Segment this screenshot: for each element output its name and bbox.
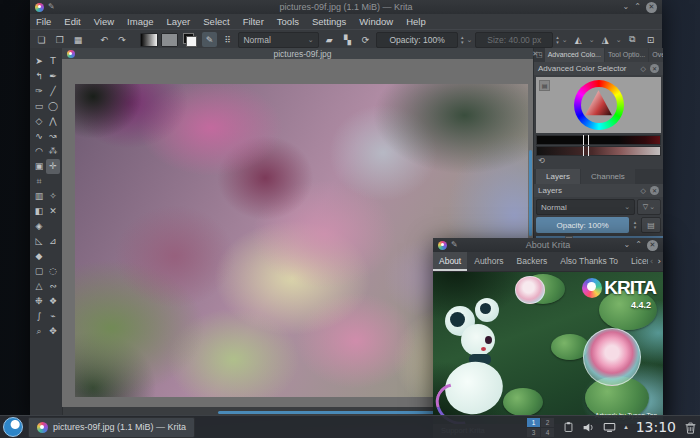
- mirror-vertical-button[interactable]: ◮: [598, 32, 613, 47]
- application-launcher-icon[interactable]: [3, 417, 23, 437]
- menu-window[interactable]: Window: [359, 16, 393, 27]
- virtual-desktop-4[interactable]: 4: [541, 428, 554, 437]
- about-tab-authors[interactable]: Authors: [468, 252, 509, 271]
- wrap-around-button[interactable]: ⧉: [625, 32, 640, 47]
- menu-file[interactable]: File: [36, 16, 51, 27]
- preserve-alpha-button[interactable]: ▚: [340, 32, 355, 47]
- tool-dynamic-brush[interactable]: ◠: [32, 144, 46, 159]
- tool-elliptical-select[interactable]: ◌: [46, 264, 60, 279]
- eraser-mode-button[interactable]: ▰: [322, 32, 337, 47]
- tool-bezier-select[interactable]: ∫: [32, 309, 46, 324]
- virtual-desktop-1[interactable]: 1: [527, 418, 540, 427]
- opacity-slider[interactable]: Opacity: 100%: [376, 32, 458, 48]
- about-tab-about[interactable]: About: [433, 252, 467, 271]
- strip-slider-handle[interactable]: [583, 135, 589, 145]
- chevron-down-icon[interactable]: ⌄: [562, 36, 568, 44]
- docker-tab-layers[interactable]: Layers: [536, 169, 580, 184]
- tool-assistants[interactable]: ◺: [32, 234, 46, 249]
- main-window-titlebar[interactable]: ✎ pictures-09f.jpg (1.1 MiB) — Krita ⌄ ⌃…: [30, 0, 662, 14]
- tool-similar-color-select[interactable]: ❉: [32, 294, 46, 309]
- tool-contiguous-select[interactable]: ❖: [46, 294, 60, 309]
- menu-tools[interactable]: Tools: [277, 16, 299, 27]
- volume-icon[interactable]: [582, 421, 595, 434]
- tool-polyline[interactable]: ⋀: [46, 114, 60, 129]
- menu-view[interactable]: View: [94, 16, 114, 27]
- tab-scroll-right-icon[interactable]: ›: [655, 252, 663, 271]
- tool-crop[interactable]: ⌗: [32, 174, 46, 189]
- dialog-titlebar[interactable]: ✎ About Krita ⌄ ⌃ ✕: [433, 238, 663, 252]
- size-slider[interactable]: Size: 40.00 px: [475, 32, 553, 48]
- chevron-down-icon[interactable]: ⌄: [616, 36, 622, 44]
- redo-button[interactable]: ↷: [115, 32, 130, 47]
- vertical-scrollbar[interactable]: [529, 150, 532, 236]
- menu-image[interactable]: Image: [127, 16, 153, 27]
- layer-opacity-slider[interactable]: Opacity: 100%: [536, 217, 629, 233]
- menu-layer[interactable]: Layer: [167, 16, 191, 27]
- tool-measure[interactable]: ⊿: [46, 234, 60, 249]
- size-spinner[interactable]: ▴▾: [556, 35, 559, 45]
- new-document-button[interactable]: ❏: [34, 32, 49, 47]
- pattern-chooser-button[interactable]: [161, 33, 178, 47]
- docker-tab-overview[interactable]: Overview: [649, 48, 663, 62]
- float-docker-icon[interactable]: ◇: [641, 65, 646, 73]
- chevron-down-icon[interactable]: ⌄: [466, 36, 472, 44]
- docker-tab-channels[interactable]: Channels: [581, 169, 635, 184]
- menu-select[interactable]: Select: [203, 16, 229, 27]
- float-docker-icon[interactable]: ◇: [641, 187, 646, 195]
- close-icon[interactable]: ✕: [647, 240, 658, 251]
- close-docker-icon[interactable]: ✕: [650, 186, 659, 195]
- tool-pan[interactable]: ✥: [46, 324, 60, 339]
- save-button[interactable]: ▦: [70, 32, 85, 47]
- maximize-icon[interactable]: ⌃: [634, 1, 641, 13]
- tool-pattern-edit[interactable]: ◧: [32, 204, 46, 219]
- tool-ellipse[interactable]: ◯: [46, 99, 60, 114]
- tool-multibrush[interactable]: ⁂: [46, 144, 60, 159]
- opacity-spinner[interactable]: ▴▾: [461, 35, 464, 45]
- tool-select-shapes[interactable]: ➤: [32, 54, 46, 69]
- menu-help[interactable]: Help: [406, 16, 426, 27]
- gradient-chooser-button[interactable]: [140, 33, 157, 47]
- color-selector-panel[interactable]: ▤: [536, 77, 661, 133]
- tool-edit-shapes[interactable]: ↰: [32, 69, 46, 84]
- layer-filter-button[interactable]: ▽ ⌄: [637, 199, 661, 215]
- virtual-desktop-3[interactable]: 3: [527, 428, 540, 437]
- hue-ring[interactable]: [574, 80, 624, 130]
- refresh-icon[interactable]: ⟲: [534, 156, 663, 167]
- undo-button[interactable]: ↶: [96, 32, 111, 47]
- virtual-desktop-2[interactable]: 2: [541, 418, 554, 427]
- clock[interactable]: 13:10: [636, 419, 676, 435]
- about-tab-also-thanks-to[interactable]: Also Thanks To: [554, 252, 624, 271]
- close-icon[interactable]: ✕: [646, 2, 657, 13]
- reload-preset-button[interactable]: ⟳: [358, 32, 373, 47]
- menu-filter[interactable]: Filter: [243, 16, 264, 27]
- layer-opacity-spinner[interactable]: ▴▾: [631, 217, 639, 233]
- strip-slider-handle[interactable]: [583, 146, 589, 156]
- tool-bezier-curve[interactable]: ∿: [32, 129, 46, 144]
- docker-tab-advanced-color-selector[interactable]: Advanced Colo...: [545, 48, 604, 62]
- close-docker-icon[interactable]: ✕: [650, 64, 659, 73]
- display-icon[interactable]: [603, 421, 616, 434]
- blend-mode-select[interactable]: Normal ⌄: [238, 32, 318, 48]
- clipboard-icon[interactable]: [563, 421, 574, 433]
- snapshot-button[interactable]: ⊡: [643, 32, 658, 47]
- tool-color-sampler[interactable]: ✧: [46, 189, 60, 204]
- open-button[interactable]: ❐: [52, 32, 67, 47]
- menu-settings[interactable]: Settings: [312, 16, 346, 27]
- layer-properties-button[interactable]: ▤: [641, 217, 661, 233]
- document-close-icon[interactable]: ✕: [532, 50, 538, 58]
- selector-settings-icon[interactable]: ▤: [539, 80, 550, 91]
- tool-transform[interactable]: ▣: [32, 159, 46, 174]
- tool-magnetic-select[interactable]: ⌁: [46, 309, 60, 324]
- tool-move[interactable]: ✛: [46, 159, 60, 174]
- brush-presets-button[interactable]: ⠿: [220, 32, 235, 47]
- tool-polygonal-select[interactable]: △: [32, 279, 46, 294]
- mirror-horizontal-button[interactable]: ◭: [571, 32, 586, 47]
- tool-line[interactable]: ╱: [46, 84, 60, 99]
- trash-icon[interactable]: [684, 420, 697, 435]
- tool-calligraphy[interactable]: ✒: [46, 69, 60, 84]
- maximize-icon[interactable]: ⌃: [635, 239, 642, 251]
- tool-text[interactable]: T: [46, 54, 60, 69]
- tool-gradient[interactable]: ▥: [32, 189, 46, 204]
- tool-fill[interactable]: ◆: [32, 249, 46, 264]
- chevron-down-icon[interactable]: ⌄: [589, 36, 595, 44]
